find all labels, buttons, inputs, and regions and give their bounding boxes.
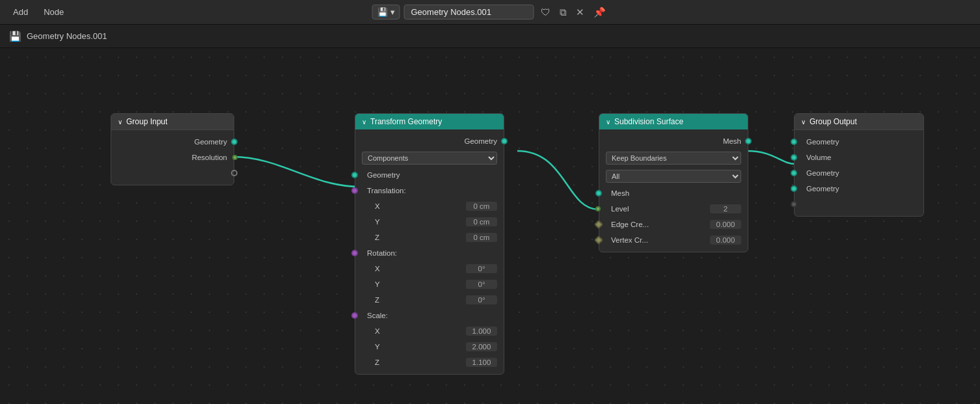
scale-row: Scale: [355,308,504,323]
group-out-geo2-label: Geometry [806,169,839,177]
transform-geom-out-label: Geometry [465,137,498,145]
empty-output-socket[interactable] [231,170,238,176]
edge-crease-value[interactable]: 0.000 [710,220,741,229]
keep-boundaries-row: Keep Boundaries [599,149,748,167]
scale-x-value[interactable]: 1.000 [466,327,497,336]
vertex-crease-label: Vertex Cr... [611,236,648,244]
trans-x-label: X [375,202,380,210]
node-menu[interactable]: Node [40,6,68,18]
level-value[interactable]: 2 [710,204,741,213]
translation-socket[interactable] [351,187,358,194]
chevron-icon: ∨ [118,118,122,126]
transform-components-select[interactable]: Components [362,152,497,165]
trans-x-value[interactable]: 0 cm [466,202,497,211]
trans-x-row: X 0 cm [355,198,504,214]
level-label: Level [611,205,629,213]
rot-z-label: Z [375,296,379,304]
group-out-volume-label: Volume [806,154,831,161]
vertex-crease-socket[interactable] [594,236,603,245]
trans-y-value[interactable]: 0 cm [466,217,497,226]
group-out-geo1-label: Geometry [806,138,839,146]
transform-geometry-body: Geometry Components Geometry Translation… [355,129,504,374]
group-out-empty-socket[interactable] [791,201,797,208]
mesh-out-row: Mesh [599,133,748,149]
group-out-geo2-row: Geometry [795,165,923,181]
vertex-crease-row: Vertex Cr... 0.000 [599,232,748,248]
all-row: All [599,167,748,185]
scale-label: Scale: [367,312,388,319]
transform-geom-out-socket[interactable] [501,138,508,144]
edge-crease-socket[interactable] [594,220,603,229]
node-name-input[interactable] [404,5,534,20]
group-input-header: ∨ Group Input [111,114,234,130]
group-out-volume-socket[interactable] [791,154,797,161]
geometry-output-socket[interactable] [231,139,238,145]
geometry-label: Geometry [195,138,228,146]
scale-y-row: Y 2.000 [355,339,504,355]
group-out-empty-row [795,196,923,212]
pin-icon[interactable]: 📌 [591,5,608,20]
scale-z-value[interactable]: 1.100 [466,358,497,367]
all-select[interactable]: All [606,170,741,183]
scale-x-label: X [375,327,380,335]
rotation-socket[interactable] [351,250,358,256]
dropdown-arrow: ▾ [390,7,395,17]
subdivision-surface-title: Subdivision Surface [614,117,683,126]
resolution-output-socket[interactable] [232,155,238,160]
transform-geom-in-socket[interactable] [351,172,358,178]
edge-crease-label: Edge Cre... [611,221,649,228]
copy-icon[interactable]: ⧉ [557,5,569,20]
group-input-empty-row [111,165,234,181]
transform-geom-out-row: Geometry [355,133,504,149]
toolbar: Add Node 💾 ▾ 🛡 ⧉ ✕ 📌 [0,0,980,25]
scale-socket[interactable] [351,312,358,319]
group-input-node[interactable]: ∨ Group Input Geometry Resolution [111,113,234,185]
group-out-geo3-socket[interactable] [791,185,797,192]
scale-z-row: Z 1.100 [355,355,504,370]
transform-geometry-header: ∨ Transform Geometry [355,114,504,129]
rot-z-row: Z 0° [355,292,504,308]
mesh-in-socket[interactable] [595,190,602,196]
group-out-volume-row: Volume [795,150,923,165]
rot-x-value[interactable]: 0° [466,264,497,273]
breadcrumb: 💾 Geometry Nodes.001 [0,25,980,48]
mesh-out-socket[interactable] [745,138,752,144]
rotation-label: Rotation: [367,249,397,257]
level-socket[interactable] [595,206,601,211]
vertex-crease-value[interactable]: 0.000 [710,236,741,245]
keep-boundaries-select[interactable]: Keep Boundaries [606,152,741,165]
scale-x-row: X 1.000 [355,323,504,339]
rot-x-row: X 0° [355,261,504,276]
edge-crease-row: Edge Cre... 0.000 [599,217,748,232]
group-out-geo1-row: Geometry [795,134,923,150]
trans-y-label: Y [375,218,380,226]
level-row: Level 2 [599,201,748,217]
node-canvas[interactable]: ∨ Group Input Geometry Resolution ∨ Tran… [0,48,980,404]
group-output-title: Group Output [810,117,857,126]
subdivision-surface-node[interactable]: ∨ Subdivision Surface Mesh Keep Boundari… [599,113,748,252]
resolution-label: Resolution [192,154,227,161]
close-icon[interactable]: ✕ [573,5,587,20]
breadcrumb-icon: 💾 [9,31,21,42]
breadcrumb-text: Geometry Nodes.001 [27,31,107,41]
transform-geometry-title: Transform Geometry [370,117,442,126]
add-menu[interactable]: Add [9,6,32,18]
mesh-in-row: Mesh [599,185,748,201]
trans-z-value[interactable]: 0 cm [466,233,497,242]
subdivision-surface-header: ∨ Subdivision Surface [599,114,748,129]
chevron-icon: ∨ [362,118,366,126]
subdivision-surface-body: Mesh Keep Boundaries All Mesh [599,129,748,252]
save-btn[interactable]: 💾 ▾ [372,5,400,20]
rot-y-value[interactable]: 0° [466,280,497,289]
shield-icon[interactable]: 🛡 [538,5,553,19]
transform-geometry-node[interactable]: ∨ Transform Geometry Geometry Components… [355,113,504,375]
group-input-geometry-row: Geometry [111,134,234,150]
scale-y-value[interactable]: 2.000 [466,342,497,351]
group-out-geo2-socket[interactable] [791,170,797,176]
transform-geom-in-row: Geometry [355,167,504,183]
trans-z-row: Z 0 cm [355,230,504,245]
group-out-geo1-socket[interactable] [791,139,797,145]
rot-z-value[interactable]: 0° [466,295,497,304]
save-icon: 💾 [377,7,388,17]
group-output-node[interactable]: ∨ Group Output Geometry Volume Geometry [794,113,924,217]
